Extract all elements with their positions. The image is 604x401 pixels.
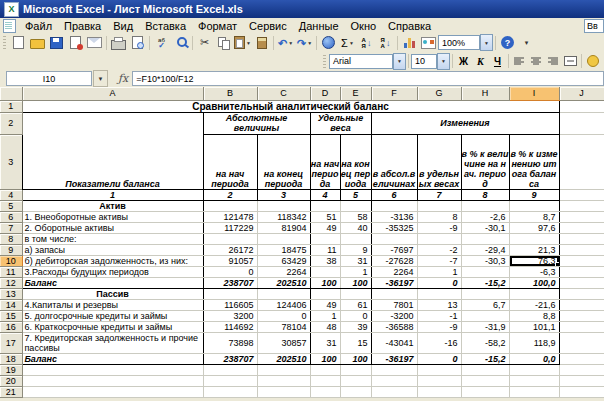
- cell-H3-header[interactable]: в % к величине на нач. период: [461, 134, 509, 189]
- cell-J20[interactable]: [559, 375, 604, 386]
- cell-A6[interactable]: 1. Внеоборотные активы: [22, 211, 203, 222]
- cell-D2-group-weights[interactable]: Удельные веса: [310, 112, 371, 134]
- cell-H12[interactable]: -15,2: [461, 277, 509, 288]
- column-header-F[interactable]: F: [371, 87, 417, 100]
- row-header-10[interactable]: 10: [0, 255, 22, 266]
- cell-D7[interactable]: 49: [310, 222, 340, 233]
- cell-J4[interactable]: [559, 189, 604, 200]
- cell-H17[interactable]: -58,2: [461, 332, 509, 353]
- cell-D18[interactable]: 100: [310, 353, 340, 364]
- cell-A4[interactable]: 1: [22, 189, 203, 200]
- cell-B14[interactable]: 116605: [203, 299, 257, 310]
- row-header-21[interactable]: 21: [0, 386, 22, 397]
- cell-D10[interactable]: 38: [310, 255, 340, 266]
- currency-style-button[interactable]: [584, 54, 601, 69]
- cell-B15[interactable]: 3200: [203, 310, 257, 321]
- cell-B19[interactable]: [203, 364, 257, 375]
- cell-C15[interactable]: 0: [257, 310, 310, 321]
- cell-J5[interactable]: [559, 200, 604, 211]
- cell-D16[interactable]: 48: [310, 321, 340, 332]
- cell-J13[interactable]: [559, 288, 604, 299]
- row-header-17[interactable]: 17: [0, 332, 22, 353]
- row-header-2[interactable]: 2: [0, 112, 22, 134]
- cell-E5[interactable]: [340, 200, 371, 211]
- cell-G9[interactable]: -2: [417, 244, 461, 255]
- cell-C4[interactable]: 3: [257, 189, 310, 200]
- cell-I14[interactable]: -21,6: [509, 299, 559, 310]
- open-button[interactable]: [28, 34, 47, 51]
- cell-B11[interactable]: 0: [203, 266, 257, 277]
- cell-C8[interactable]: [257, 233, 310, 244]
- align-right-button[interactable]: [545, 54, 562, 69]
- cell-C14[interactable]: 124406: [257, 299, 310, 310]
- undo-button[interactable]: ↶▼: [276, 34, 295, 51]
- cell-C12[interactable]: 202510: [257, 277, 310, 288]
- zoom-combobox[interactable]: 100%: [438, 35, 480, 50]
- cell-B17[interactable]: 73898: [203, 332, 257, 353]
- cell-J19[interactable]: [559, 364, 604, 375]
- question-box[interactable]: Вв: [584, 19, 604, 33]
- cell-G8[interactable]: [417, 233, 461, 244]
- cell-A19[interactable]: [22, 364, 203, 375]
- cell-B16[interactable]: 114692: [203, 321, 257, 332]
- cell-E12[interactable]: 100: [340, 277, 371, 288]
- font-name-combobox[interactable]: Arial: [329, 54, 393, 69]
- active-cell-I10[interactable]: 76,3: [509, 255, 559, 266]
- cell-I19[interactable]: [509, 364, 559, 375]
- cell-I3-header[interactable]: в % к изменению итога баланса: [509, 134, 559, 189]
- cell-F15[interactable]: -3200: [371, 310, 417, 321]
- cell-G5[interactable]: [417, 200, 461, 211]
- cell-G18[interactable]: 0: [417, 353, 461, 364]
- print-preview-button[interactable]: [128, 34, 147, 51]
- cell-H16[interactable]: -31,9: [461, 321, 509, 332]
- cell-H21[interactable]: [461, 386, 509, 397]
- row-header-4[interactable]: 4: [0, 189, 22, 200]
- toolbar-grip[interactable]: [3, 36, 6, 49]
- cell-C9[interactable]: 18475: [257, 244, 310, 255]
- cell-G6[interactable]: 8: [417, 211, 461, 222]
- cell-F11[interactable]: 2264: [371, 266, 417, 277]
- cell-F3-header[interactable]: в абсол.величинах: [371, 134, 417, 189]
- cut-button[interactable]: ✂: [195, 34, 214, 51]
- cell-B10[interactable]: 91057: [203, 255, 257, 266]
- cell-D14[interactable]: 49: [310, 299, 340, 310]
- cell-E6[interactable]: 58: [340, 211, 371, 222]
- cell-E3-header[interactable]: на конец периода: [340, 134, 371, 189]
- font-size-dropdown-button[interactable]: ▼: [437, 53, 450, 70]
- cell-H5[interactable]: [461, 200, 509, 211]
- cell-G10[interactable]: -7: [417, 255, 461, 266]
- cell-J15[interactable]: [559, 310, 604, 321]
- merge-center-button[interactable]: [562, 54, 579, 69]
- bold-button[interactable]: Ж: [455, 54, 472, 69]
- cell-H15[interactable]: [461, 310, 509, 321]
- cell-I21[interactable]: [509, 386, 559, 397]
- cell-F13[interactable]: [371, 288, 417, 299]
- cell-E21[interactable]: [340, 386, 371, 397]
- cell-F20[interactable]: [371, 375, 417, 386]
- font-size-combobox[interactable]: 10: [411, 54, 437, 69]
- cell-F18[interactable]: -36197: [371, 353, 417, 364]
- drawing-button[interactable]: [419, 34, 438, 51]
- cell-E7[interactable]: 40: [340, 222, 371, 233]
- cell-A11[interactable]: 3.Расходы будущих периодов: [22, 266, 203, 277]
- paste-button[interactable]: ▼: [233, 34, 252, 51]
- cell-I9[interactable]: 21,3: [509, 244, 559, 255]
- permission-button[interactable]: [66, 34, 85, 51]
- menu-help[interactable]: Справка: [382, 19, 437, 33]
- row-header-6[interactable]: 6: [0, 211, 22, 222]
- align-center-button[interactable]: [528, 54, 545, 69]
- row-header-19[interactable]: 19: [0, 364, 22, 375]
- cell-C3-header[interactable]: на конец периода: [257, 134, 310, 189]
- cell-J16[interactable]: [559, 321, 604, 332]
- cell-I13[interactable]: [509, 288, 559, 299]
- cell-B9[interactable]: 26172: [203, 244, 257, 255]
- row-header-9[interactable]: 9: [0, 244, 22, 255]
- cell-E14[interactable]: 61: [340, 299, 371, 310]
- cell-G4[interactable]: 7: [417, 189, 461, 200]
- cell-A18[interactable]: Баланс: [22, 353, 203, 364]
- cell-A17[interactable]: 7. Кредиторская задолженность и прочие п…: [22, 332, 203, 353]
- column-header-C[interactable]: C: [257, 87, 310, 100]
- cell-D6[interactable]: 51: [310, 211, 340, 222]
- zoom-dropdown-button[interactable]: ▼: [480, 34, 493, 51]
- new-button[interactable]: [9, 34, 28, 51]
